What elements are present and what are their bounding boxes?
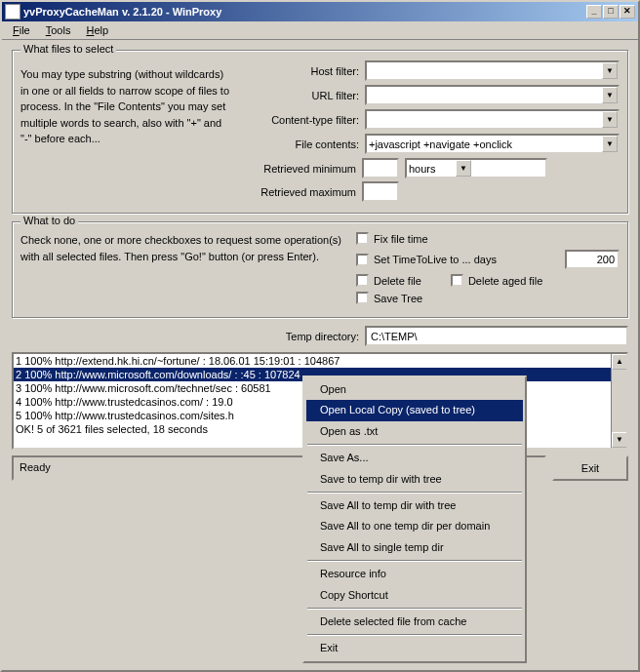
context-menu-item[interactable]: Copy Shortcut [306, 585, 523, 606]
list-item[interactable]: 1 100% http://extend.hk.hi.cn/~fortune/ … [14, 354, 626, 368]
timeunit-select[interactable] [405, 158, 547, 178]
ttl-days-input[interactable] [565, 250, 620, 269]
fcontents-label: File contents: [240, 138, 365, 150]
del-label: Delete file [374, 275, 421, 287]
scrollbar[interactable]: ▲ ▼ [611, 354, 626, 448]
retmax-label: Retrieved maximum [20, 186, 362, 198]
ctype-filter-input[interactable] [365, 109, 620, 130]
select-hint: You may type substring (without wildcard… [20, 60, 230, 158]
ctype-filter-label: Content-type filter: [240, 114, 365, 126]
chevron-down-icon[interactable]: ▼ [456, 160, 471, 177]
context-menu-item[interactable]: Save As... [306, 448, 523, 468]
fcontents-input[interactable] [365, 134, 620, 154]
retmin-label: Retrieved minimum [20, 163, 362, 175]
save-label: Save Tree [374, 293, 422, 304]
fix-filetime-checkbox[interactable] [356, 232, 369, 245]
group-what-files: What files to select You may type substr… [12, 50, 628, 214]
group-todo-title: What to do [20, 215, 78, 226]
window-title: yvProxyCacheMan v. 2.1.20 - WinProxy [23, 6, 586, 18]
menu-help[interactable]: Help [78, 22, 116, 38]
menu-separator [307, 634, 522, 636]
menubar: File Tools Help [2, 21, 638, 40]
group-what-todo: What to do Check none, one or more check… [12, 221, 628, 318]
context-menu-item[interactable]: Open [306, 379, 523, 400]
context-menu-item[interactable]: Delete selected file from cache [306, 612, 523, 632]
minimize-button[interactable]: _ [586, 5, 602, 19]
exit-button[interactable]: Exit [552, 455, 628, 481]
maximize-button[interactable]: □ [603, 5, 619, 19]
todo-hint: Check none, one or more checkboxes to re… [20, 232, 342, 309]
chevron-down-icon[interactable]: ▼ [602, 62, 618, 79]
context-menu-item[interactable]: Save to temp dir with tree [306, 469, 523, 490]
tempdir-input[interactable] [365, 326, 628, 346]
save-tree-checkbox[interactable] [356, 292, 369, 304]
menu-separator [307, 608, 522, 610]
fix-label: Fix file time [374, 233, 428, 245]
url-filter-label: URL filter: [240, 90, 365, 101]
menu-separator [307, 560, 522, 562]
app-icon [5, 4, 20, 20]
scroll-up-icon[interactable]: ▲ [612, 354, 627, 370]
host-filter-label: Host filter: [240, 65, 365, 77]
delete-file-checkbox[interactable] [356, 274, 369, 287]
menu-separator [307, 492, 522, 494]
context-menu-item[interactable]: Open Local Copy (saved to tree) [306, 400, 523, 420]
titlebar: yvProxyCacheMan v. 2.1.20 - WinProxy _ □… [2, 2, 638, 21]
context-menu-item[interactable]: Resource info [306, 564, 523, 584]
host-filter-input[interactable] [365, 60, 620, 81]
context-menu-item[interactable]: Exit [306, 638, 523, 658]
context-menu-item[interactable]: Save All to single temp dir [306, 537, 523, 558]
context-menu-item[interactable]: Open as .txt [306, 421, 523, 442]
group-select-title: What files to select [20, 43, 116, 55]
ttl-label: Set TimeToLive to ... days [374, 254, 497, 265]
delete-aged-checkbox[interactable] [451, 274, 463, 287]
tempdir-label: Temp directory: [286, 331, 365, 342]
retmin-input[interactable] [362, 158, 399, 178]
context-menu-item[interactable]: Save All to one temp dir per domain [306, 516, 523, 536]
chevron-down-icon[interactable]: ▼ [602, 87, 618, 103]
retmax-input[interactable] [362, 181, 399, 202]
url-filter-input[interactable] [365, 85, 620, 105]
chevron-down-icon[interactable]: ▼ [602, 111, 618, 128]
menu-file[interactable]: File [5, 22, 38, 38]
ttl-checkbox[interactable] [356, 254, 369, 266]
delaged-label: Delete aged file [468, 275, 542, 287]
chevron-down-icon[interactable]: ▼ [602, 136, 618, 152]
menu-tools[interactable]: Tools [38, 22, 79, 38]
menu-separator [307, 444, 522, 446]
context-menu-item[interactable]: Save All to temp dir with tree [306, 495, 523, 516]
context-menu: OpenOpen Local Copy (saved to tree)Open … [302, 376, 527, 663]
scroll-down-icon[interactable]: ▼ [612, 432, 627, 448]
close-button[interactable]: ✕ [620, 5, 635, 19]
